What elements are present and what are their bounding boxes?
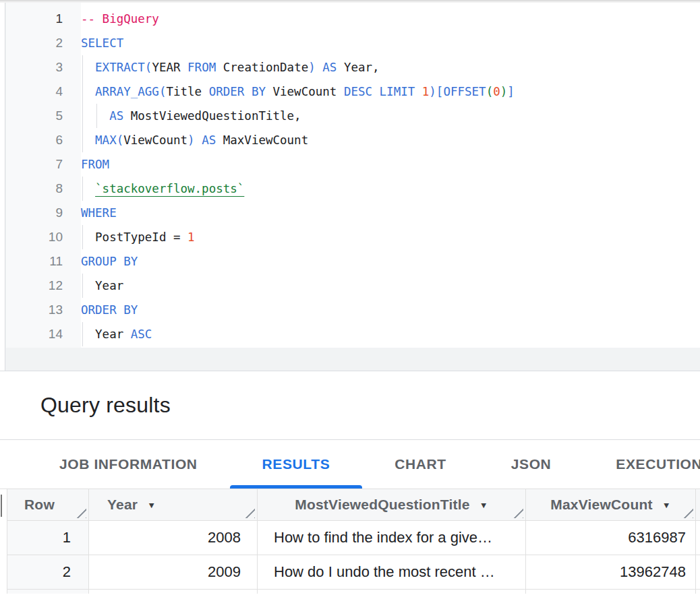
table-cell: 2008 bbox=[89, 521, 258, 555]
code-token: 0 bbox=[493, 85, 500, 98]
tab-execution-details[interactable]: EXECUTION DETAILS bbox=[583, 440, 700, 489]
column-header-row: Row bbox=[7, 489, 89, 520]
code-line[interactable]: 3 EXTRACT(YEAR FROM CreationDate) AS Yea… bbox=[6, 55, 700, 80]
tab-results[interactable]: RESULTS bbox=[230, 440, 363, 489]
scrollbar-nub[interactable] bbox=[1, 495, 2, 517]
column-resize-handle[interactable] bbox=[513, 507, 523, 518]
code-token: YEAR bbox=[152, 61, 180, 74]
code-token: Year bbox=[95, 279, 123, 292]
code-lines: 1-- BigQuery2SELECT3 EXTRACT(YEAR FROM C… bbox=[6, 3, 700, 346]
code-line[interactable]: 7FROM bbox=[6, 152, 700, 177]
table-body: 12008How to find the index for a give…63… bbox=[7, 521, 700, 594]
table-cell: 1 bbox=[7, 521, 89, 555]
table-cell-filler bbox=[696, 521, 700, 555]
code-line[interactable]: 4 ARRAY_AGG(Title ORDER BY ViewCount DES… bbox=[6, 80, 700, 104]
column-header-year[interactable]: Year▼ bbox=[89, 489, 258, 520]
gutter-gap bbox=[63, 249, 81, 274]
code-token: Year, bbox=[337, 61, 379, 74]
code-text: -- BigQuery bbox=[81, 7, 159, 31]
line-number: 7 bbox=[6, 152, 63, 177]
column-resize-handle[interactable] bbox=[682, 507, 693, 518]
sql-editor[interactable]: 1-- BigQuery2SELECT3 EXTRACT(YEAR FROM C… bbox=[6, 3, 700, 348]
code-token bbox=[181, 61, 188, 74]
gutter-gap bbox=[63, 274, 81, 298]
table-row: 12008How to find the index for a give…63… bbox=[7, 521, 700, 555]
code-token: ARRAY_AGG( bbox=[95, 85, 166, 98]
code-token: AS bbox=[109, 109, 123, 123]
code-token: ] bbox=[507, 85, 515, 98]
tab-label: CHART bbox=[395, 456, 446, 472]
code-line[interactable]: 8 `stackoverflow.posts` bbox=[6, 177, 700, 201]
column-header-spacer bbox=[696, 489, 700, 520]
sql-editor-panel: 1-- BigQuery2SELECT3 EXTRACT(YEAR FROM C… bbox=[0, 3, 700, 371]
indent-guide-line bbox=[82, 225, 83, 249]
code-token bbox=[202, 85, 209, 98]
code-token: PostTypeId = bbox=[95, 230, 187, 244]
code-text: GROUP BY bbox=[81, 249, 138, 274]
line-number: 11 bbox=[6, 249, 63, 274]
sort-dropdown-icon[interactable]: ▼ bbox=[479, 500, 488, 509]
code-token bbox=[81, 230, 95, 244]
code-token: ASC bbox=[131, 327, 152, 341]
gutter-gap bbox=[63, 298, 81, 322]
code-line[interactable]: 13ORDER BY bbox=[6, 298, 700, 322]
table-cell: 2 bbox=[7, 555, 89, 590]
column-header-maxviewcount[interactable]: MaxViewCount▼ bbox=[526, 489, 696, 520]
table-cell: 13962748 bbox=[526, 555, 696, 590]
indent-guide-line bbox=[82, 55, 83, 80]
indent-guide-line bbox=[82, 322, 83, 346]
code-line[interactable]: 10 PostTypeId = 1 bbox=[6, 225, 700, 249]
column-resize-handle[interactable] bbox=[244, 507, 255, 518]
code-token bbox=[81, 109, 109, 123]
tab-chart[interactable]: CHART bbox=[362, 440, 479, 489]
indent-guide-line bbox=[82, 80, 83, 104]
gutter-gap bbox=[63, 225, 81, 249]
gutter-gap bbox=[63, 152, 81, 177]
indent-guide-line bbox=[96, 104, 97, 128]
table-row: 22009How do I undo the most recent …1396… bbox=[7, 555, 700, 590]
code-token: ) AS bbox=[308, 61, 337, 74]
code-line[interactable]: 12 Year bbox=[6, 274, 700, 298]
indent-guide-line bbox=[82, 177, 83, 201]
code-line[interactable]: 11GROUP BY bbox=[6, 249, 700, 274]
column-resize-handle[interactable] bbox=[76, 507, 86, 518]
table-cell: 6316987 bbox=[526, 521, 696, 555]
tab-json[interactable]: JSON bbox=[479, 440, 584, 489]
line-number: 2 bbox=[6, 31, 63, 55]
code-text: MAX(ViewCount) AS MaxViewCount bbox=[81, 128, 308, 152]
code-line[interactable]: 5 AS MostViewedQuestionTitle, bbox=[6, 104, 700, 128]
table-cell bbox=[7, 590, 89, 594]
line-number: 1 bbox=[6, 7, 63, 31]
code-line[interactable]: 9WHERE bbox=[6, 201, 700, 225]
code-line[interactable]: 1-- BigQuery bbox=[6, 7, 700, 31]
sort-dropdown-icon[interactable]: ▼ bbox=[147, 500, 156, 509]
column-header-label: Row bbox=[24, 497, 55, 513]
table-cell bbox=[89, 590, 258, 594]
code-line[interactable]: 14 Year ASC bbox=[6, 322, 700, 346]
indent-guide-line bbox=[82, 104, 83, 128]
code-text: `stackoverflow.posts` bbox=[81, 177, 244, 201]
code-line[interactable]: 6 MAX(ViewCount) AS MaxViewCount bbox=[6, 128, 700, 152]
code-token: ) AS bbox=[187, 133, 216, 147]
indent-guide-line bbox=[82, 128, 83, 152]
code-line[interactable]: 2SELECT bbox=[6, 31, 700, 55]
line-number: 4 bbox=[6, 80, 63, 104]
tab-label: RESULTS bbox=[262, 456, 330, 472]
results-table: RowYear▼MostViewedQuestionTitle▼MaxViewC… bbox=[0, 489, 700, 594]
code-token: ORDER BY bbox=[81, 303, 138, 317]
gutter-gap bbox=[63, 7, 81, 31]
code-token: MaxViewCount bbox=[216, 133, 308, 147]
code-token bbox=[81, 182, 95, 195]
code-token: ) bbox=[500, 85, 508, 98]
column-header-mostviewedquestiontitle[interactable]: MostViewedQuestionTitle▼ bbox=[258, 489, 526, 520]
column-header-label: MostViewedQuestionTitle bbox=[295, 497, 469, 513]
tab-job-information[interactable]: JOB INFORMATION bbox=[27, 440, 230, 489]
code-token: DESC LIMIT bbox=[344, 85, 415, 98]
code-token: ( bbox=[486, 85, 494, 98]
tab-label: JOB INFORMATION bbox=[59, 456, 198, 472]
code-token bbox=[415, 85, 422, 98]
code-text: EXTRACT(YEAR FROM CreationDate) AS Year, bbox=[81, 55, 380, 80]
code-token: ViewCount bbox=[123, 133, 187, 147]
code-text: Year ASC bbox=[81, 322, 152, 346]
sort-dropdown-icon[interactable]: ▼ bbox=[662, 500, 671, 509]
